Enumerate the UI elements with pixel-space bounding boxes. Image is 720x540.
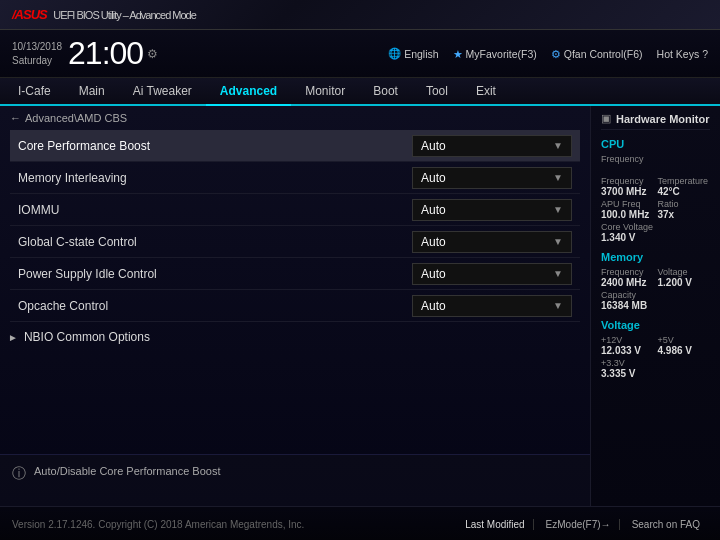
setting-row-iommu[interactable]: IOMMU Auto ▼ xyxy=(10,194,580,226)
hw-cpu-section: CPU xyxy=(601,138,710,150)
setting-row-opcache[interactable]: Opcache Control Auto ▼ xyxy=(10,290,580,322)
time-bar-right: 🌐 English ★ MyFavorite(F3) ⚙ Qfan Contro… xyxy=(388,47,708,60)
hw-mem-cap-label: Capacity xyxy=(601,290,710,300)
hw-cpu-freq-value: 3700 MHz xyxy=(601,186,654,197)
hw-memory-section: Memory xyxy=(601,251,710,263)
setting-dropdown-global-cstate[interactable]: Auto ▼ xyxy=(412,231,572,253)
nav-aitweaker[interactable]: Ai Tweaker xyxy=(119,78,206,106)
hw-cpu-voltage-value: 1.340 V xyxy=(601,232,710,243)
setting-label-memory-interleaving: Memory Interleaving xyxy=(18,171,412,185)
nav-boot[interactable]: Boot xyxy=(359,78,412,106)
hw-v5-col: +5V 4.986 V xyxy=(658,335,711,356)
hw-v33-value: 3.335 V xyxy=(601,368,710,379)
hw-mem-freq-value: 2400 MHz xyxy=(601,277,654,288)
nav-main[interactable]: Main xyxy=(65,78,119,106)
dropdown-arrow-3: ▼ xyxy=(553,204,563,215)
language-item[interactable]: 🌐 English xyxy=(388,47,438,60)
hw-mem-cap-row: Capacity 16384 MB xyxy=(601,290,710,311)
breadcrumb: ← Advanced\AMD CBS xyxy=(0,106,590,130)
setting-dropdown-opcache[interactable]: Auto ▼ xyxy=(412,295,572,317)
hw-cpu-apu-label: APU Freq xyxy=(601,199,654,209)
settings-list: Core Performance Boost Auto ▼ Memory Int… xyxy=(0,130,590,322)
hw-mem-freqvolt-row: Frequency 2400 MHz Voltage 1.200 V xyxy=(601,267,710,288)
help-icon: ? xyxy=(702,48,708,60)
asus-logo: /ASUS UEFI BIOS Utility – Advanced Mode xyxy=(8,7,196,22)
hw-cpu-apu-col: APU Freq 100.0 MHz xyxy=(601,199,654,220)
hw-voltage-section: Voltage xyxy=(601,319,710,331)
hw-cpu-apu-value: 100.0 MHz xyxy=(601,209,654,220)
hw-cpu-freq-row: Frequency Temperature xyxy=(601,154,710,174)
setting-label-power-supply: Power Supply Idle Control xyxy=(18,267,412,281)
info-panel: ⓘ Auto/Disable Core Performance Boost xyxy=(0,454,590,506)
nbio-row[interactable]: ► NBIO Common Options xyxy=(0,322,590,352)
hw-volt-row2: +3.3V 3.335 V xyxy=(601,358,710,379)
dropdown-arrow-2: ▼ xyxy=(553,172,563,183)
hw-cpu-temp-label2: Temperature xyxy=(658,176,711,186)
hw-cpu-ratio-value: 37x xyxy=(658,209,711,220)
hw-cpu-freq-val-col: Frequency 3700 MHz xyxy=(601,176,654,197)
setting-label-global-cstate: Global C-state Control xyxy=(18,235,412,249)
hw-mem-volt-col: Voltage 1.200 V xyxy=(658,267,711,288)
hw-cpu-ratio-col: Ratio 37x xyxy=(658,199,711,220)
setting-row-memory-interleaving[interactable]: Memory Interleaving Auto ▼ xyxy=(10,162,580,194)
footer-version: Version 2.17.1246. Copyright (C) 2018 Am… xyxy=(12,519,304,530)
setting-dropdown-iommu[interactable]: Auto ▼ xyxy=(412,199,572,221)
setting-label-core-boost: Core Performance Boost xyxy=(18,139,412,153)
nav-exit[interactable]: Exit xyxy=(462,78,510,106)
setting-dropdown-power-supply[interactable]: Auto ▼ xyxy=(412,263,572,285)
hw-mem-volt-value: 1.200 V xyxy=(658,277,711,288)
hw-v12-label: +12V xyxy=(601,335,654,345)
favorite-icon: ★ xyxy=(453,48,463,60)
info-icon: ⓘ xyxy=(12,465,26,483)
qfan-item[interactable]: ⚙ Qfan Control(F6) xyxy=(551,48,643,60)
hw-v33-label: +3.3V xyxy=(601,358,710,368)
footer-ezmode[interactable]: EzMode(F7)→ xyxy=(538,519,620,530)
setting-row-power-supply[interactable]: Power Supply Idle Control Auto ▼ xyxy=(10,258,580,290)
hotkeys-item[interactable]: Hot Keys ? xyxy=(657,48,708,60)
date-block: 10/13/2018 Saturday xyxy=(12,40,62,68)
setting-dropdown-core-boost[interactable]: Auto ▼ xyxy=(412,135,572,157)
setting-dropdown-memory-interleaving[interactable]: Auto ▼ xyxy=(412,167,572,189)
hw-v12-value: 12.033 V xyxy=(601,345,654,356)
hw-v5-value: 4.986 V xyxy=(658,345,711,356)
dropdown-arrow: ▼ xyxy=(553,140,563,151)
hw-cpu-voltage-label: Core Voltage xyxy=(601,222,710,232)
language-icon: 🌐 xyxy=(388,47,401,60)
nav-icafe[interactable]: I-Cafe xyxy=(4,78,65,106)
footer-search[interactable]: Search on FAQ xyxy=(624,519,708,530)
info-text: Auto/Disable Core Performance Boost xyxy=(34,463,220,480)
hw-cpu-freq-col: Frequency Temperature xyxy=(601,154,710,174)
dropdown-arrow-5: ▼ xyxy=(553,268,563,279)
hw-cpu-voltage-col: Core Voltage 1.340 V xyxy=(601,222,710,243)
nav-advanced[interactable]: Advanced xyxy=(206,78,291,106)
hw-cpu-apu-row: APU Freq 100.0 MHz Ratio 37x xyxy=(601,199,710,220)
qfan-icon: ⚙ xyxy=(551,48,561,60)
hw-monitor-title: ▣ Hardware Monitor xyxy=(601,112,710,130)
dropdown-arrow-4: ▼ xyxy=(553,236,563,247)
time-bar: 10/13/2018 Saturday 21:00 ⚙ 🌐 English ★ … xyxy=(0,30,720,78)
time-display: 21:00 xyxy=(68,35,143,72)
hw-cpu-freqval-row: Frequency 3700 MHz Temperature 42°C xyxy=(601,176,710,197)
nbio-label: NBIO Common Options xyxy=(24,330,150,344)
footer-bar: Version 2.17.1246. Copyright (C) 2018 Am… xyxy=(0,506,720,540)
nav-tool[interactable]: Tool xyxy=(412,78,462,106)
header-bar: /ASUS UEFI BIOS Utility – Advanced Mode xyxy=(0,0,720,30)
hw-volt-row1: +12V 12.033 V +5V 4.986 V xyxy=(601,335,710,356)
hw-cpu-temp-col: Temperature 42°C xyxy=(658,176,711,197)
main-layout: ← Advanced\AMD CBS Core Performance Boos… xyxy=(0,106,720,506)
hw-monitor-icon: ▣ xyxy=(601,112,611,125)
hw-monitor-sidebar: ▣ Hardware Monitor CPU Frequency Tempera… xyxy=(590,106,720,506)
hw-monitor-title-text: Hardware Monitor xyxy=(616,113,710,125)
footer-last-modified: Last Modified xyxy=(457,519,533,530)
hw-mem-cap-value: 16384 MB xyxy=(601,300,710,311)
content-area: ← Advanced\AMD CBS Core Performance Boos… xyxy=(0,106,590,506)
gear-icon: ⚙ xyxy=(147,47,158,61)
nbio-expand-arrow: ► xyxy=(8,332,18,343)
hw-mem-volt-label: Voltage xyxy=(658,267,711,277)
myfavorite-item[interactable]: ★ MyFavorite(F3) xyxy=(453,48,537,60)
hw-cpu-ratio-label: Ratio xyxy=(658,199,711,209)
setting-row-global-cstate[interactable]: Global C-state Control Auto ▼ xyxy=(10,226,580,258)
nav-monitor[interactable]: Monitor xyxy=(291,78,359,106)
setting-row-core-boost[interactable]: Core Performance Boost Auto ▼ xyxy=(10,130,580,162)
breadcrumb-back-arrow[interactable]: ← xyxy=(10,112,21,124)
